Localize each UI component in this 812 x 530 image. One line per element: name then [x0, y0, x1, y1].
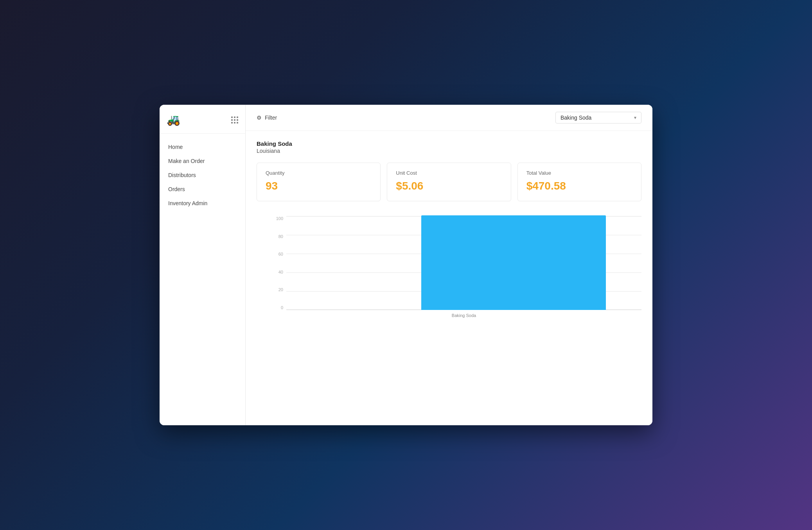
filter-button[interactable]: ⚙ Filter — [257, 115, 277, 121]
y-label-20: 20 — [272, 287, 286, 292]
sidebar-item-orders[interactable]: Orders — [160, 182, 245, 196]
chevron-down-icon: ▾ — [634, 115, 636, 120]
logo-icon: 🚜 — [167, 113, 180, 126]
sidebar-item-distributors[interactable]: Distributors — [160, 168, 245, 182]
dropdown-value: Baking Soda — [560, 115, 591, 121]
product-dropdown[interactable]: Baking Soda ▾ — [555, 112, 641, 124]
content-area: Baking Soda Louisiana Quantity 93 Unit C… — [246, 131, 652, 425]
stats-row: Quantity 93 Unit Cost $5.06 Total Value … — [257, 163, 641, 201]
total-value-label: Total Value — [526, 170, 632, 176]
app-window: 🚜 Home Make an Order Distributors Orders… — [160, 105, 652, 425]
y-label-60: 60 — [272, 252, 286, 256]
sidebar-item-inventory-admin[interactable]: Inventory Admin — [160, 196, 245, 210]
y-label-0: 0 — [272, 305, 286, 310]
sidebar: 🚜 Home Make an Order Distributors Orders… — [160, 105, 246, 425]
sidebar-nav: Home Make an Order Distributors Orders I… — [160, 134, 245, 217]
y-label-80: 80 — [272, 234, 286, 239]
chart-area: 0 20 40 60 80 100 — [257, 212, 641, 329]
product-title: Baking Soda — [257, 140, 641, 147]
x-label-baking-soda: Baking Soda — [286, 313, 641, 318]
product-subtitle: Louisiana — [257, 148, 641, 154]
topbar: ⚙ Filter Baking Soda ▾ — [246, 105, 652, 131]
chart-body: Baking Soda — [286, 216, 641, 318]
unit-cost-card: Unit Cost $5.06 — [387, 163, 511, 201]
quantity-value: 93 — [266, 180, 372, 192]
total-value-card: Total Value $470.58 — [517, 163, 641, 201]
unit-cost-value: $5.06 — [396, 180, 502, 192]
filter-label: Filter — [265, 115, 277, 121]
total-value-value: $470.58 — [526, 180, 632, 192]
unit-cost-label: Unit Cost — [396, 170, 502, 176]
y-label-40: 40 — [272, 270, 286, 274]
sidebar-item-home[interactable]: Home — [160, 140, 245, 154]
filter-icon: ⚙ — [257, 115, 262, 121]
sidebar-header: 🚜 — [160, 105, 245, 134]
bar-baking-soda — [421, 215, 606, 310]
y-label-100: 100 — [272, 216, 286, 221]
quantity-card: Quantity 93 — [257, 163, 381, 201]
grid-menu-icon[interactable] — [231, 116, 238, 124]
main-content: ⚙ Filter Baking Soda ▾ Baking Soda Louis… — [246, 105, 652, 425]
sidebar-item-make-an-order[interactable]: Make an Order — [160, 154, 245, 168]
quantity-label: Quantity — [266, 170, 372, 176]
